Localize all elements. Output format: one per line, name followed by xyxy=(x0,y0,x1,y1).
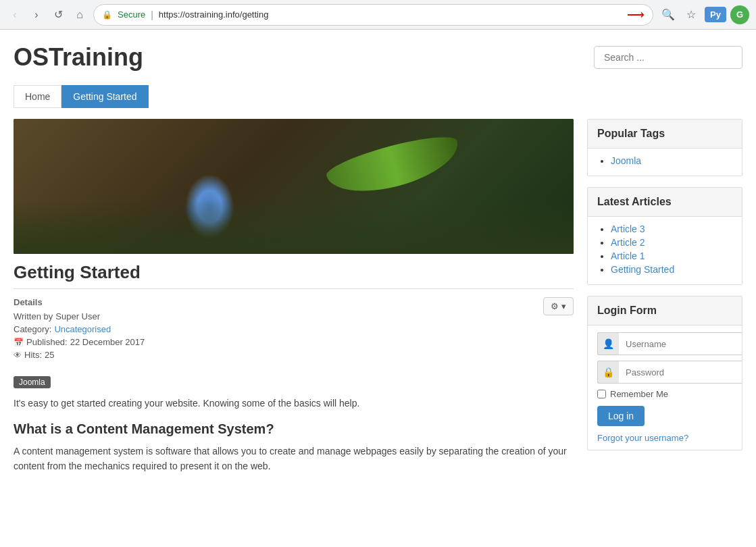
username-field-wrapper: 👤 xyxy=(597,332,732,355)
settings-button[interactable]: ⚙ ▾ xyxy=(543,297,574,315)
category-row: Category: Uncategorised xyxy=(14,324,145,334)
browser-chrome: ‹ › ↺ ⌂ 🔒 Secure | https://ostraining.in… xyxy=(0,0,756,30)
page-container: OSTraining Home Getting Started Getting … xyxy=(0,30,756,474)
category-link[interactable]: Uncategorised xyxy=(54,324,111,334)
search-button[interactable]: 🔍 xyxy=(659,5,678,24)
nav-bar: Home Getting Started xyxy=(14,85,742,108)
username-row: 👤 xyxy=(597,332,732,355)
details-block: Details Written by Super User Category: … xyxy=(14,297,145,363)
article2-link[interactable]: Article 2 xyxy=(611,237,645,248)
published-row: 📅 Published: 22 December 2017 xyxy=(14,337,145,347)
calendar-icon: 📅 xyxy=(14,338,24,347)
forward-button[interactable]: › xyxy=(28,7,45,23)
published-label: Published: xyxy=(26,337,68,347)
chrome-actions: 🔍 ☆ Py G xyxy=(659,5,749,24)
sidebar: Popular Tags Joomla Latest Articles Arti… xyxy=(587,119,742,474)
password-field-wrapper: 🔒 xyxy=(597,361,732,384)
article-divider xyxy=(14,288,574,289)
list-item: Article 2 xyxy=(611,237,732,248)
list-item: Article 1 xyxy=(611,251,732,261)
list-item: Joomla xyxy=(611,155,732,166)
written-by-label: Written by xyxy=(14,311,53,321)
author-name: Super User xyxy=(55,311,100,321)
remember-me-checkbox[interactable] xyxy=(597,390,606,398)
hero-image-inner xyxy=(14,119,574,254)
arrow-indicator: ⟶ xyxy=(627,7,645,22)
search-input[interactable] xyxy=(594,46,742,69)
article-intro: It's easy to get started creating your w… xyxy=(14,396,574,411)
details-label: Details xyxy=(14,297,145,307)
popular-tags-body: Joomla xyxy=(588,149,742,176)
remember-me-row: Remember Me xyxy=(597,389,732,399)
back-button[interactable]: ‹ xyxy=(7,7,23,23)
secure-label: Secure xyxy=(118,9,145,20)
reload-button[interactable]: ↺ xyxy=(50,7,66,23)
tag-joomla-link[interactable]: Joomla xyxy=(611,155,641,166)
article-body: A content management system is software … xyxy=(14,444,574,474)
login-form-widget: Login Form 👤 🔒 xyxy=(587,296,742,450)
article1-link[interactable]: Article 1 xyxy=(611,251,645,261)
forgot-username-link[interactable]: Forgot your username? xyxy=(597,433,732,443)
published-date: 22 December 2017 xyxy=(70,337,145,347)
url-divider: | xyxy=(151,9,153,20)
user-icon: 👤 xyxy=(597,332,619,355)
lock-icon: 🔒 xyxy=(597,361,619,384)
hits-label: Hits: xyxy=(24,350,42,360)
list-item: Article 3 xyxy=(611,224,732,234)
lock-icon: 🔒 xyxy=(102,10,112,20)
username-input[interactable] xyxy=(619,332,742,355)
py-button[interactable]: Py xyxy=(705,7,726,22)
hits-count: 25 xyxy=(45,350,54,360)
latest-articles-list: Article 3 Article 2 Article 1 Getting St… xyxy=(597,224,732,275)
nav-item-getting-started[interactable]: Getting Started xyxy=(61,85,148,108)
eye-icon: 👁 xyxy=(14,350,22,360)
popular-tags-list: Joomla xyxy=(597,155,732,166)
gear-icon: ⚙ xyxy=(551,301,559,311)
hero-image xyxy=(14,119,574,254)
password-input[interactable] xyxy=(619,361,742,384)
article3-link[interactable]: Article 3 xyxy=(611,224,645,234)
hits-row: 👁 Hits: 25 xyxy=(14,350,145,360)
joomla-tag[interactable]: Joomla xyxy=(14,376,51,388)
remember-me-label: Remember Me xyxy=(610,389,668,399)
latest-articles-body: Article 3 Article 2 Article 1 Getting St… xyxy=(588,217,742,284)
popular-tags-title: Popular Tags xyxy=(588,120,742,149)
details-section: Details Written by Super User Category: … xyxy=(14,297,574,363)
g-button[interactable]: G xyxy=(730,5,749,24)
content-wrapper: Getting Started Details Written by Super… xyxy=(14,119,742,474)
site-header: OSTraining xyxy=(14,43,742,72)
login-form-title: Login Form xyxy=(588,296,742,325)
getting-started-link[interactable]: Getting Started xyxy=(611,264,674,275)
popular-tags-widget: Popular Tags Joomla xyxy=(587,119,742,176)
bookmark-button[interactable]: ☆ xyxy=(682,5,701,24)
nav-item-home[interactable]: Home xyxy=(14,85,61,108)
list-item: Getting Started xyxy=(611,264,732,275)
main-content: Getting Started Details Written by Super… xyxy=(14,119,574,474)
written-by-row: Written by Super User xyxy=(14,311,145,321)
login-button[interactable]: Log in xyxy=(597,406,645,426)
article-title: Getting Started xyxy=(14,262,574,283)
address-bar[interactable]: 🔒 Secure | https://ostraining.info/getti… xyxy=(93,4,653,26)
site-title: OSTraining xyxy=(14,43,143,72)
category-label: Category: xyxy=(14,324,51,334)
latest-articles-title: Latest Articles xyxy=(588,188,742,217)
password-row: 🔒 xyxy=(597,361,732,384)
dropdown-arrow-icon: ▾ xyxy=(561,301,566,311)
url-text: https://ostraining.info/getting xyxy=(159,9,622,20)
latest-articles-widget: Latest Articles Article 3 Article 2 Arti… xyxy=(587,187,742,285)
login-form-body: 👤 🔒 Remember Me xyxy=(588,325,742,450)
home-button[interactable]: ⌂ xyxy=(72,7,88,23)
article-subtitle: What is a Content Management System? xyxy=(14,421,574,437)
